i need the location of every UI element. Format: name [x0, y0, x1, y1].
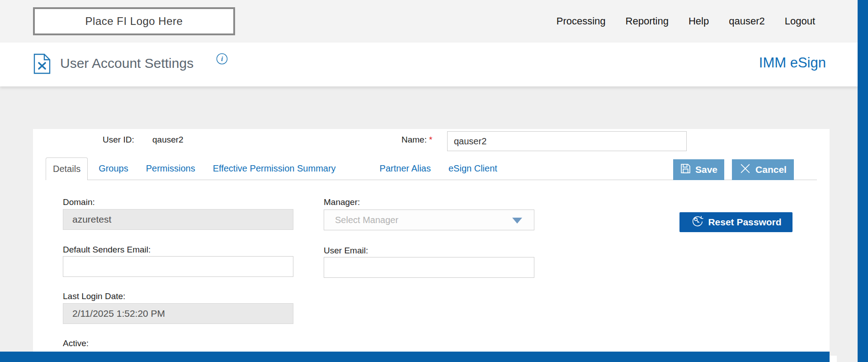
user-account-settings-page: Place FI Logo Here Processing Reporting …: [0, 0, 868, 362]
chevron-down-icon: [512, 218, 522, 224]
save-button[interactable]: Save: [673, 159, 724, 180]
info-icon[interactable]: i: [216, 52, 228, 67]
manager-select-placeholder: Select Manager: [335, 215, 398, 225]
main-content: User ID: qauser2 Name:* Details Groups P…: [0, 86, 858, 362]
last-login-date-input: [63, 303, 293, 324]
save-button-label: Save: [695, 164, 717, 175]
cancel-x-icon: [739, 162, 751, 177]
nav-logout[interactable]: Logout: [785, 15, 815, 27]
scrollbar-corner: [830, 356, 837, 362]
cancel-button-label: Cancel: [755, 164, 787, 175]
tab-effective-permission-summary[interactable]: Effective Permission Summary: [206, 157, 343, 180]
required-asterisk: *: [429, 135, 432, 144]
page-header: User Account Settings i IMM eSign: [0, 43, 858, 86]
active-label: Active:: [63, 338, 89, 348]
nav-reporting[interactable]: Reporting: [626, 15, 669, 27]
cancel-button[interactable]: Cancel: [732, 159, 794, 180]
nav-help[interactable]: Help: [689, 15, 709, 27]
tab-esign-client[interactable]: eSign Client: [442, 157, 504, 180]
save-icon: [680, 163, 691, 176]
nav-processing[interactable]: Processing: [557, 15, 606, 27]
user-id-value: qauser2: [152, 135, 184, 145]
top-navigation: Processing Reporting Help qauser2 Logout: [557, 0, 815, 43]
user-email-label: User Email:: [324, 246, 368, 256]
reset-password-icon: [690, 214, 704, 230]
domain-input: [63, 209, 293, 230]
last-login-date-label: Last Login Date:: [63, 291, 125, 301]
footer-bar: [0, 352, 830, 362]
tab-partner-alias[interactable]: Partner Alias: [373, 157, 438, 180]
manager-select[interactable]: Select Manager: [324, 210, 534, 230]
manager-label: Manager:: [324, 197, 360, 207]
default-senders-email-input[interactable]: [63, 256, 293, 277]
svg-text:i: i: [221, 55, 223, 62]
tab-permissions[interactable]: Permissions: [139, 157, 202, 180]
page-title: User Account Settings: [60, 56, 193, 71]
reset-password-label: Reset Password: [708, 217, 781, 228]
settings-card: User ID: qauser2 Name:* Details Groups P…: [33, 129, 830, 362]
imm-esign-logo: IMM eSign: [759, 55, 826, 71]
top-bar: Place FI Logo Here Processing Reporting …: [0, 0, 858, 43]
default-senders-email-label: Default Senders Email:: [63, 245, 151, 255]
right-edge-strip: [858, 0, 868, 362]
name-input[interactable]: [447, 131, 687, 151]
name-label: Name:*: [401, 135, 432, 145]
fi-logo-text: Place FI Logo Here: [85, 15, 183, 28]
user-id-label: User ID:: [103, 135, 134, 145]
fi-logo-placeholder: Place FI Logo Here: [33, 7, 235, 35]
tab-details[interactable]: Details: [46, 157, 88, 180]
domain-label: Domain:: [63, 197, 95, 207]
document-tools-icon: [33, 52, 51, 77]
tab-groups[interactable]: Groups: [92, 157, 135, 180]
nav-username[interactable]: qauser2: [729, 15, 765, 27]
user-email-input[interactable]: [324, 257, 534, 278]
reset-password-button[interactable]: Reset Password: [679, 212, 793, 232]
